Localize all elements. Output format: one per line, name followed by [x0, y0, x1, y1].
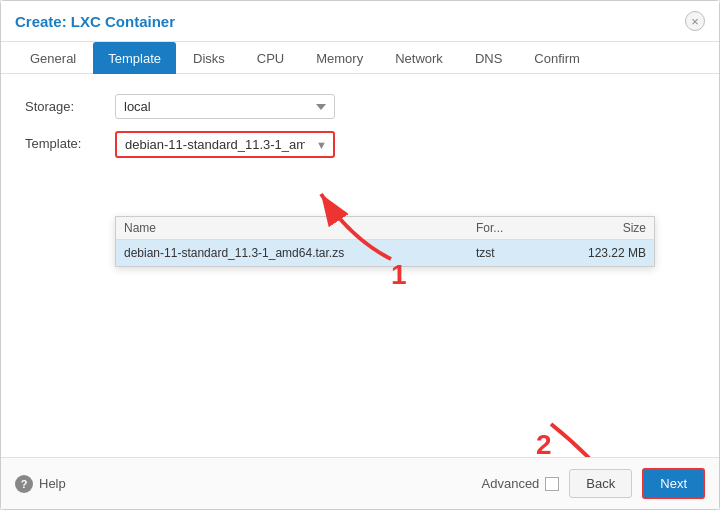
advanced-label: Advanced: [482, 476, 540, 491]
template-label: Template:: [25, 131, 115, 151]
tab-confirm[interactable]: Confirm: [519, 42, 595, 74]
storage-label: Storage:: [25, 94, 115, 114]
tab-disks[interactable]: Disks: [178, 42, 240, 74]
dialog-content: Storage: local Template: debian-11-stand…: [1, 74, 719, 457]
template-select-wrapper: debian-11-standard_11.3-1_amd6 ▼: [115, 131, 335, 158]
tab-general[interactable]: General: [15, 42, 91, 74]
dialog-header: Create: LXC Container ×: [1, 1, 719, 42]
template-control: debian-11-standard_11.3-1_amd6 ▼: [115, 131, 695, 158]
storage-control: local: [115, 94, 695, 119]
help-icon[interactable]: ?: [15, 475, 33, 493]
tab-cpu[interactable]: CPU: [242, 42, 299, 74]
footer-left: ? Help: [15, 475, 66, 493]
create-lxc-dialog: Create: LXC Container × General Template…: [0, 0, 720, 510]
next-button[interactable]: Next: [642, 468, 705, 499]
storage-row: Storage: local: [25, 94, 695, 119]
storage-select[interactable]: local: [115, 94, 335, 119]
advanced-checkbox[interactable]: [545, 477, 559, 491]
col-name-header: Name: [124, 221, 476, 235]
template-list-item[interactable]: debian-11-standard_11.3-1_amd64.tar.zs t…: [116, 240, 654, 266]
back-button[interactable]: Back: [569, 469, 632, 498]
tab-memory[interactable]: Memory: [301, 42, 378, 74]
arrow-2-label: 2: [536, 429, 552, 457]
dialog-footer: ? Help Advanced Back Next: [1, 457, 719, 509]
dialog-title: Create: LXC Container: [15, 13, 175, 30]
tab-bar: General Template Disks CPU Memory Networ…: [1, 42, 719, 74]
template-format-cell: tzst: [476, 246, 556, 260]
dropdown-header: Name For... Size: [116, 217, 654, 240]
tab-template[interactable]: Template: [93, 42, 176, 74]
template-select[interactable]: debian-11-standard_11.3-1_amd6: [115, 131, 335, 158]
col-size-header: Size: [556, 221, 646, 235]
tab-network[interactable]: Network: [380, 42, 458, 74]
template-row: Template: debian-11-standard_11.3-1_amd6…: [25, 131, 695, 158]
arrow-2-icon: [531, 414, 651, 457]
tab-dns[interactable]: DNS: [460, 42, 517, 74]
col-format-header: For...: [476, 221, 556, 235]
template-size-cell: 123.22 MB: [556, 246, 646, 260]
template-name-cell: debian-11-standard_11.3-1_amd64.tar.zs: [124, 246, 476, 260]
close-button[interactable]: ×: [685, 11, 705, 31]
template-dropdown-table: Name For... Size debian-11-standard_11.3…: [115, 216, 655, 267]
advanced-row: Advanced: [482, 476, 560, 491]
footer-right: Advanced Back Next: [482, 468, 705, 499]
help-label: Help: [39, 476, 66, 491]
